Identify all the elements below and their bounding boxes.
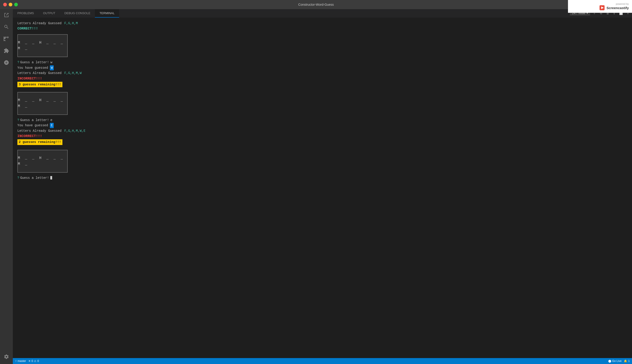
guesses-remaining-1: 3 guesses remaining!!! — [17, 82, 627, 87]
powered-by-label: powered by — [616, 2, 629, 5]
terminal-cursor — [50, 176, 52, 180]
tab-output[interactable]: OUTPUT — [38, 9, 60, 18]
errors-status[interactable]: ✕ 0 ⚠ 0 — [28, 360, 39, 363]
close-button[interactable] — [3, 3, 7, 6]
incorrect-message-2: INCORRECT!!! — [17, 134, 627, 139]
word-display-box-3: M _ _ H _ _ _ M _ — [17, 150, 68, 173]
activity-bar — [0, 9, 13, 364]
window-title: Constructor-Word-Guess — [298, 3, 334, 6]
settings-icon[interactable] — [3, 353, 10, 360]
status-bar: ⑂ master ✕ 0 ⚠ 0 ⬤ Go Live 🔔 1 — [13, 358, 632, 364]
source-control-icon[interactable] — [3, 35, 10, 42]
branch-status[interactable]: ⑂ master — [15, 360, 26, 363]
letters-guessed-line-2: Letters Already Guessed F,G,H,M,W — [17, 70, 627, 76]
extensions-icon[interactable] — [3, 47, 10, 54]
guesses-remaining-2: 2 guesses remaining!!! — [17, 139, 627, 145]
titlebar: Constructor-Word-Guess powered by Screen… — [0, 0, 632, 9]
tab-terminal[interactable]: TERMINAL — [95, 9, 119, 18]
word-display-box-2: M _ _ H _ _ _ M _ — [17, 92, 68, 115]
you-guessed-e: You have guessed E — [17, 123, 627, 128]
correct-message: CORRECT!!! — [17, 26, 627, 32]
guess-prompt-3: ? Guess a letter! — [17, 176, 627, 180]
maximize-button[interactable] — [14, 3, 18, 6]
incorrect-message-1: INCORRECT!!! — [17, 76, 627, 82]
window-controls — [3, 3, 18, 6]
letters-guessed-line-3: Letters Already Guessed F,G,H,M,W,E — [17, 128, 627, 133]
explorer-icon[interactable] — [3, 12, 10, 19]
guess-prompt-1: ? Guess a letter! w — [17, 60, 627, 65]
tab-bar: PROBLEMS OUTPUT DEBUG CONSOLE TERMINAL 2… — [13, 9, 632, 18]
status-right: ⬤ Go Live 🔔 1 — [608, 360, 630, 363]
bell-notification[interactable]: 🔔 1 — [624, 360, 630, 363]
minimize-button[interactable] — [9, 3, 12, 6]
letters-guessed-line-1: Letters Already Guessed F,G,H,M — [17, 21, 627, 26]
word-display-box-1: M _ _ H _ _ _ M _ — [17, 34, 68, 57]
screencastify-brand: Screencastify — [606, 6, 629, 10]
tab-debug-console[interactable]: DEBUG CONSOLE — [60, 9, 95, 18]
guess-prompt-2: ? Guess a letter! e — [17, 118, 627, 123]
you-guessed-w: You have guessed W — [17, 65, 627, 70]
go-live-button[interactable]: ⬤ Go Live — [608, 360, 621, 363]
screencastify-badge: powered by Screencastify — [568, 0, 632, 13]
remote-icon[interactable] — [3, 59, 10, 66]
main-area: PROBLEMS OUTPUT DEBUG CONSOLE TERMINAL 2… — [13, 9, 632, 364]
search-icon[interactable] — [3, 23, 10, 30]
tab-problems[interactable]: PROBLEMS — [13, 9, 38, 18]
terminal-content[interactable]: Letters Already Guessed F,G,H,M CORRECT!… — [13, 18, 632, 358]
screencastify-logo-icon — [599, 5, 604, 10]
status-left: ⑂ master ✕ 0 ⚠ 0 — [15, 360, 39, 363]
